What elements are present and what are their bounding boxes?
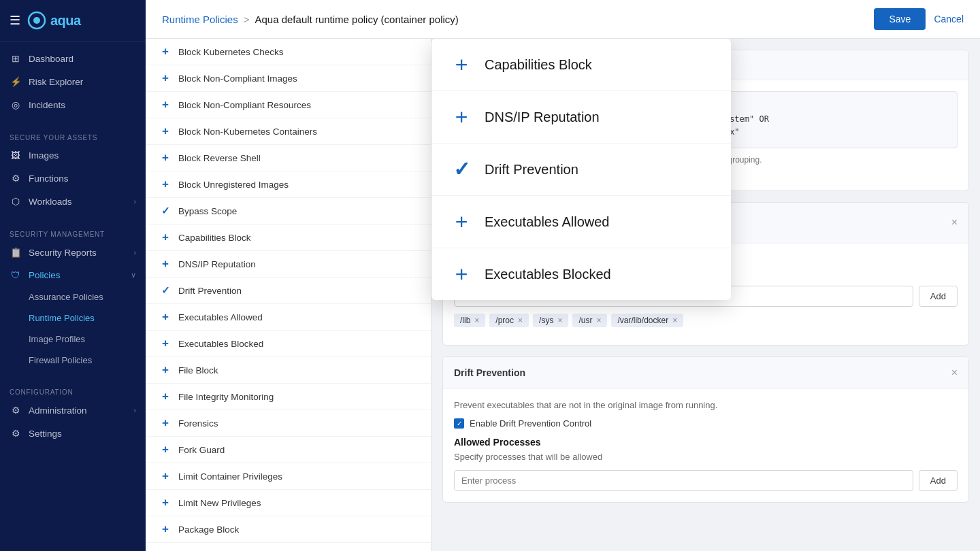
plus-icon: +: [159, 99, 172, 111]
card2-close-button[interactable]: ×: [951, 216, 958, 229]
tag-remove-button[interactable]: ×: [596, 316, 601, 325]
tag-remove-button[interactable]: ×: [672, 316, 677, 325]
policy-item-file-integrity-monitoring[interactable]: +File Integrity Monitoring: [146, 384, 431, 410]
breadcrumb-current: Aqua default runtime policy (container p…: [255, 14, 458, 25]
sidebar-sub-runtime-policies[interactable]: Runtime Policies: [0, 307, 146, 329]
vol-add-button[interactable]: Add: [919, 286, 958, 307]
sidebar-item-dashboard[interactable]: ⊞ Dashboard: [0, 47, 146, 70]
sidebar-sub-assurance-policies[interactable]: Assurance Policies: [0, 286, 146, 307]
dropdown-item-executables-allowed[interactable]: +Executables Allowed: [431, 196, 731, 248]
sidebar-item-images[interactable]: 🖼 Images: [0, 144, 146, 167]
policy-item-label: Block Non-Compliant Images: [178, 73, 297, 84]
plus-icon: +: [159, 258, 172, 270]
policy-item-block-reverse-shell[interactable]: +Block Reverse Shell: [146, 145, 431, 171]
policy-item-label: Capabilities Block: [178, 233, 251, 243]
process-input[interactable]: [454, 470, 913, 491]
sidebar-item-security-reports[interactable]: 📋 Security Reports ›: [0, 241, 146, 264]
cancel-button[interactable]: Cancel: [934, 14, 964, 24]
check-icon: ✓: [159, 284, 172, 297]
policy-item-label: Limit New Privileges: [178, 498, 261, 508]
check-icon: ✓: [159, 205, 172, 217]
dropdown-item-label: DNS/IP Reputation: [485, 110, 600, 125]
tag-remove-button[interactable]: ×: [518, 316, 523, 325]
plus-icon: +: [159, 497, 172, 509]
plus-icon: +: [159, 364, 172, 376]
policy-item-block-non-kubernetes-containers[interactable]: +Block Non-Kubernetes Containers: [146, 118, 431, 145]
functions-icon: ⚙: [10, 173, 22, 184]
main-nav: ⊞ Dashboard ⚡ Risk Explorer ◎ Incidents: [0, 41, 146, 122]
drift-checkbox[interactable]: [454, 418, 464, 429]
sidebar-sub-firewall-policies[interactable]: Firewall Policies: [0, 350, 146, 371]
dropdown-item-capabilities-block[interactable]: +Capabilities Block: [431, 39, 731, 91]
dropdown-item-label: Drift Prevention: [485, 162, 578, 178]
sidebar-item-workloads[interactable]: ⬡ Workloads ›: [0, 190, 146, 213]
policy-item-block-non-compliant-images[interactable]: +Block Non-Compliant Images: [146, 65, 431, 92]
dropdown-item-label: Capabilities Block: [485, 57, 592, 73]
plus-big-icon: +: [451, 106, 472, 128]
menu-icon[interactable]: ☰: [10, 13, 20, 28]
process-add-button[interactable]: Add: [919, 470, 958, 491]
settings-icon: ⚙: [10, 428, 22, 439]
plus-icon: +: [159, 231, 172, 244]
secure-assets-section: Secure Your Assets 🖼 Images ⚙ Functions …: [0, 122, 146, 218]
chevron-down-icon: ∨: [131, 271, 136, 280]
logo: aqua: [27, 11, 81, 30]
policy-item-drift-prevention[interactable]: ✓Drift Prevention: [146, 278, 431, 304]
policy-item-label: Block Non-Compliant Resources: [178, 100, 311, 110]
logo-text: aqua: [50, 13, 81, 29]
policy-item-label: File Block: [178, 365, 218, 375]
policy-item-limit-new-privileges[interactable]: +Limit New Privileges: [146, 490, 431, 516]
sidebar-item-administration[interactable]: ⚙ Administration ›: [0, 399, 146, 422]
policy-item-limit-container-privileges[interactable]: +Limit Container Privileges: [146, 463, 431, 490]
reports-icon: 📋: [10, 247, 22, 258]
chevron-right-icon: ›: [133, 197, 136, 205]
breadcrumb-link[interactable]: Runtime Policies: [162, 14, 238, 25]
card3-close-button[interactable]: ×: [951, 367, 958, 379]
policy-item-executables-blocked[interactable]: +Executables Blocked: [146, 331, 431, 357]
policy-item-block-kubernetes-checks[interactable]: +Block Kubernetes Checks: [146, 39, 431, 65]
policy-item-label: Executables Allowed: [178, 312, 263, 322]
admin-icon: ⚙: [10, 405, 22, 416]
tag--sys: /sys×: [533, 314, 568, 327]
policy-item-package-block[interactable]: +Package Block: [146, 516, 431, 543]
sidebar-item-incidents[interactable]: ◎ Incidents: [0, 93, 146, 116]
drift-checkbox-row[interactable]: Enable Drift Prevention Control: [454, 418, 958, 429]
policy-item-capabilities-block[interactable]: +Capabilities Block: [146, 224, 431, 251]
dropdown-item-executables-blocked[interactable]: +Executables Blocked: [431, 248, 731, 300]
sidebar-item-settings[interactable]: ⚙ Settings: [0, 422, 146, 445]
policy-item-label: Fork Guard: [178, 445, 225, 455]
policy-item-label: Drift Prevention: [178, 286, 242, 296]
policy-item-executables-allowed[interactable]: +Executables Allowed: [146, 304, 431, 331]
workloads-icon: ⬡: [10, 196, 22, 207]
sidebar-item-functions[interactable]: ⚙ Functions: [0, 167, 146, 190]
sidebar-item-policies[interactable]: 🛡 Policies ∨: [0, 264, 146, 286]
policy-item-block-non-compliant-resources[interactable]: +Block Non-Compliant Resources: [146, 92, 431, 118]
tag-remove-button[interactable]: ×: [557, 316, 562, 325]
policy-item-label: Executables Blocked: [178, 339, 263, 349]
images-icon: 🖼: [10, 150, 22, 161]
plus-icon: +: [159, 152, 172, 164]
sidebar-item-risk-explorer[interactable]: ⚡ Risk Explorer: [0, 70, 146, 93]
security-management-section: Security Management 📋 Security Reports ›…: [0, 218, 146, 376]
tag-remove-button[interactable]: ×: [474, 316, 479, 325]
sidebar-header: ☰ aqua: [0, 0, 146, 41]
policy-item-block-unregistered-images[interactable]: +Block Unregistered Images: [146, 171, 431, 198]
config-section: Configuration ⚙ Administration › ⚙ Setti…: [0, 376, 146, 450]
policy-item-label: Bypass Scope: [178, 206, 237, 216]
policy-item-dns-ip-reputation[interactable]: +DNS/IP Reputation: [146, 251, 431, 278]
policy-item-fork-guard[interactable]: +Fork Guard: [146, 437, 431, 463]
logo-icon: [27, 11, 46, 30]
policy-item-label: Forensics: [178, 418, 218, 429]
dropdown-item-dns-ip-reputation[interactable]: +DNS/IP Reputation: [431, 91, 731, 144]
policy-list: +Block Kubernetes Checks+Block Non-Compl…: [146, 39, 431, 551]
plus-icon: +: [159, 178, 172, 190]
policy-item-file-block[interactable]: +File Block: [146, 357, 431, 384]
policy-item-label: Block Unregistered Images: [178, 180, 289, 190]
policy-item-label: Block Non-Kubernetes Containers: [178, 127, 317, 137]
save-button[interactable]: Save: [874, 8, 926, 30]
policy-item-forensics[interactable]: +Forensics: [146, 410, 431, 437]
policy-item-bypass-scope[interactable]: ✓Bypass Scope: [146, 198, 431, 224]
dropdown-item-drift-prevention[interactable]: ✓Drift Prevention: [431, 144, 731, 196]
sidebar-sub-image-profiles[interactable]: Image Profiles: [0, 329, 146, 350]
policy-item-port-block[interactable]: +Port Block: [146, 543, 431, 551]
